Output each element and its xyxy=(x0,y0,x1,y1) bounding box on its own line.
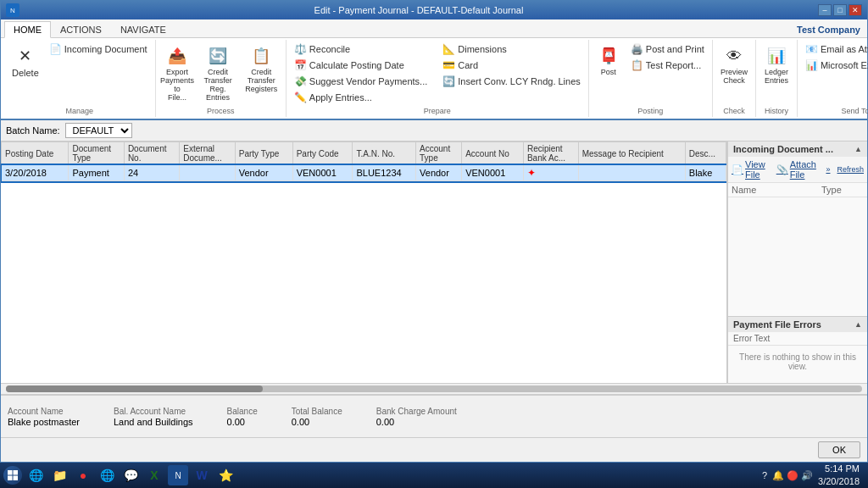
test-report-button[interactable]: 📋 Test Report... xyxy=(626,58,709,73)
calc-icon: 📅 xyxy=(294,59,307,71)
reconcile-icon: ⚖️ xyxy=(294,43,307,55)
calc-posting-date-button[interactable]: 📅 Calculate Posting Date xyxy=(290,58,431,73)
col-account-type: AccountType xyxy=(416,142,462,165)
col-tan-no: T.A.N. No. xyxy=(353,142,416,165)
ledger-entries-button[interactable]: 📊 LedgerEntries xyxy=(760,42,793,87)
errors-header[interactable]: Payment File Errors ▲ xyxy=(728,317,867,332)
window-title: Edit - Payment Journal - DEFAULT-Default… xyxy=(19,5,818,15)
excel-icon: 📊 xyxy=(805,59,818,71)
tab-home[interactable]: HOME xyxy=(4,21,51,38)
maximize-button[interactable]: □ xyxy=(833,4,847,16)
taskbar-word-button[interactable]: W xyxy=(192,465,212,485)
excel-button[interactable]: 📊 Microsoft Excel xyxy=(801,58,868,73)
post-button[interactable]: 📮 Post xyxy=(593,42,625,79)
export-payments-button[interactable]: 📤 ExportPayments toFile... xyxy=(159,42,196,104)
account-name-value: Blake postmaster xyxy=(8,417,80,427)
taskbar-chrome-button[interactable]: ● xyxy=(73,465,93,485)
tab-actions[interactable]: ACTIONS xyxy=(51,21,111,37)
title-bar: N Edit - Payment Journal - DEFAULT-Defau… xyxy=(1,1,867,19)
incoming-doc-collapse[interactable]: ▲ xyxy=(854,145,862,153)
view-file-icon: 📄 xyxy=(732,164,743,175)
journal-table: Posting Date DocumentType DocumentNo. Ex… xyxy=(1,141,726,181)
incoming-document-button[interactable]: 📄 Incoming Document xyxy=(45,42,152,57)
bal-account-label: Bal. Account Name xyxy=(114,407,193,416)
col-party-type: Party Type xyxy=(235,142,292,165)
batch-select[interactable]: DEFAULT xyxy=(65,123,132,138)
taskbar-star-button[interactable]: ⭐ xyxy=(215,465,236,485)
card-button[interactable]: 💳 Card xyxy=(438,58,585,73)
view-file-button[interactable]: 📄 View File xyxy=(732,159,773,180)
batch-bar: Batch Name: DEFAULT xyxy=(1,120,867,141)
total-balance-field: Total Balance 0.00 xyxy=(292,407,342,427)
card-icon: 💳 xyxy=(442,59,455,71)
col-type-label: Type xyxy=(821,185,864,195)
horizontal-scrollbar[interactable] xyxy=(1,383,867,395)
taskbar-ie-button[interactable]: 🌐 xyxy=(25,465,46,485)
start-button[interactable] xyxy=(3,466,22,485)
grid-area[interactable]: Posting Date DocumentType DocumentNo. Ex… xyxy=(1,141,727,383)
errors-collapse[interactable]: ▲ xyxy=(854,320,862,329)
preview-check-icon: 👁 xyxy=(722,44,746,68)
taskbar-nav-button[interactable]: N xyxy=(168,465,188,485)
status-bar: Account Name Blake postmaster Bal. Accou… xyxy=(1,395,867,437)
delete-button[interactable]: ✕ Delete xyxy=(8,42,43,80)
col-message: Message to Recipient xyxy=(578,142,685,165)
preview-check-button[interactable]: 👁 PreviewCheck xyxy=(716,42,752,87)
history-label: History xyxy=(765,105,788,115)
taskbar-browser-button[interactable]: 🌐 xyxy=(97,465,117,485)
errors-empty-msg: There is nothing to show in this view. xyxy=(728,346,867,378)
errors-title: Payment File Errors xyxy=(733,319,821,330)
cell-external-doc xyxy=(180,165,235,181)
incoming-doc-header[interactable]: Incoming Document ... ▲ xyxy=(728,141,867,157)
insert-conv-button[interactable]: 🔄 Insert Conv. LCY Rndg. Lines xyxy=(438,74,585,89)
cell-recipient-bank: ✦ xyxy=(523,165,578,181)
dimensions-icon: 📐 xyxy=(442,43,455,55)
credit-transfer-reg-button[interactable]: 🔄 Credit TransferReg. Entries xyxy=(198,42,239,104)
minimize-button[interactable]: – xyxy=(818,4,832,16)
table-row[interactable]: 3/20/2018 Payment 24 Vendor VEN0001 BLUE… xyxy=(2,165,726,181)
post-print-icon: 🖨️ xyxy=(631,43,643,55)
taskbar-excel-button[interactable]: X xyxy=(144,465,164,485)
ledger-icon: 📊 xyxy=(765,44,788,68)
taskbar-date-display: 3/20/2018 xyxy=(818,475,860,488)
bal-account-value: Land and Buildings xyxy=(114,417,193,427)
close-button[interactable]: ✕ xyxy=(849,4,862,16)
attach-file-icon: 📎 xyxy=(776,164,788,175)
refresh-button[interactable]: Refresh xyxy=(837,165,864,174)
reconcile-button[interactable]: ⚖️ Reconcile xyxy=(290,42,431,57)
cell-party-code: VEN0001 xyxy=(292,165,353,181)
total-balance-value: 0.00 xyxy=(292,417,342,427)
suggest-icon: 💸 xyxy=(294,75,307,87)
process-label: Process xyxy=(159,105,282,115)
attach-file-button[interactable]: 📎 Attach File xyxy=(776,159,823,180)
taskbar-skype-button[interactable]: 💬 xyxy=(120,465,141,485)
credit-transfer-reg2-button[interactable]: 📋 Credit TransferRegisters xyxy=(241,42,282,96)
total-balance-label: Total Balance xyxy=(292,407,342,416)
ok-button[interactable]: OK xyxy=(818,441,860,458)
test-report-icon: 📋 xyxy=(631,59,643,71)
taskbar-tray: ? 🔔 🔴 🔊 5:14 PM 3/20/2018 xyxy=(757,463,865,488)
check-label: Check xyxy=(723,105,745,115)
svg-rect-0 xyxy=(8,470,13,475)
credit-transfer-reg2-icon: 📋 xyxy=(249,44,273,68)
bank-charge-label: Bank Charge Amount xyxy=(376,407,457,416)
incoming-doc-section: Incoming Document ... ▲ 📄 View File 📎 At… xyxy=(728,141,867,317)
post-print-button[interactable]: 🖨️ Post and Print xyxy=(626,42,709,57)
dialog-buttons: OK xyxy=(1,437,867,462)
account-name-label: Account Name xyxy=(8,407,80,416)
taskbar-explorer-button[interactable]: 📁 xyxy=(49,465,70,485)
incoming-doc-icon: 📄 xyxy=(49,43,62,55)
email-attachment-button[interactable]: 📧 Email as Attachment xyxy=(801,42,868,57)
payment-errors-section: Payment File Errors ▲ Error Text There i… xyxy=(728,317,867,383)
ribbon-tabs: HOME ACTIONS NAVIGATE Test Company xyxy=(1,19,867,38)
dimensions-button[interactable]: 📐 Dimensions xyxy=(438,42,585,57)
delete-icon: ✕ xyxy=(14,44,37,68)
account-name-field: Account Name Blake postmaster xyxy=(8,407,80,427)
suggest-vendor-button[interactable]: 💸 Suggest Vendor Payments... xyxy=(290,74,431,89)
ribbon-group-process: 📤 ExportPayments toFile... 🔄 Credit Tran… xyxy=(156,40,287,117)
tab-navigate[interactable]: NAVIGATE xyxy=(111,21,175,37)
col-document-type: DocumentType xyxy=(69,142,124,165)
more-button[interactable]: » xyxy=(826,165,830,174)
apply-entries-button[interactable]: ✏️ Apply Entries... xyxy=(290,90,431,105)
tray-help-icon[interactable]: ? xyxy=(762,470,767,480)
